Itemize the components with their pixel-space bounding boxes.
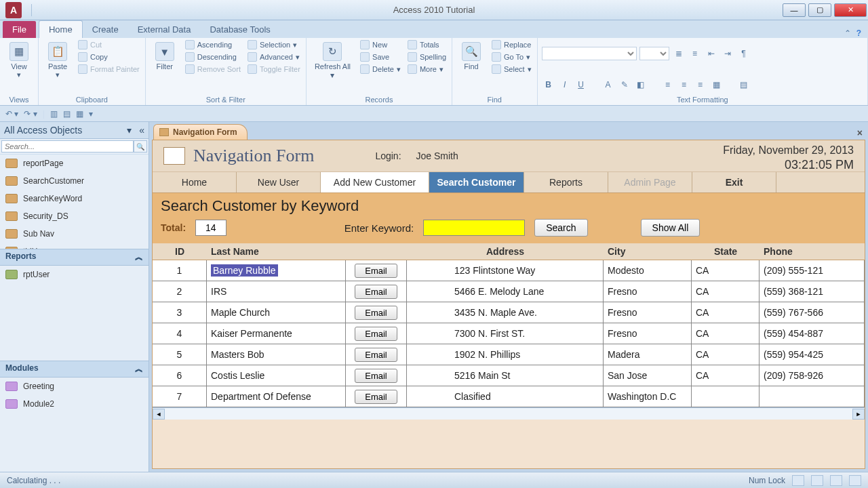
bullet-list-icon[interactable]: ≣ bbox=[672, 47, 686, 60]
view-btn-2[interactable] bbox=[811, 475, 823, 486]
navpane-item[interactable]: Sub Nav bbox=[0, 225, 149, 243]
find-button[interactable]: 🔍 Find bbox=[456, 39, 486, 73]
table-row[interactable]: 7Department Of DefenseEmailClasifiedWash… bbox=[153, 386, 865, 407]
indent-decrease-icon[interactable]: ⇤ bbox=[705, 47, 718, 60]
form-tab[interactable]: Navigation Form bbox=[153, 124, 248, 140]
save-record-button[interactable]: Save bbox=[359, 52, 402, 62]
navpane-item[interactable]: reportPage bbox=[0, 155, 149, 172]
form-close-button[interactable]: × bbox=[852, 126, 868, 140]
navpane-modules-header[interactable]: Modules︽ bbox=[0, 361, 149, 378]
align-left-icon[interactable]: ≡ bbox=[661, 78, 675, 92]
view-btn-1[interactable] bbox=[792, 475, 804, 486]
ribbon-tab-create[interactable]: Create bbox=[83, 21, 128, 38]
remove-sort-button[interactable]: Remove Sort bbox=[184, 64, 242, 75]
search-go-icon[interactable]: 🔍 bbox=[134, 140, 147, 152]
format-painter-button[interactable]: Format Painter bbox=[77, 64, 141, 75]
ribbon-tab-home[interactable]: Home bbox=[39, 20, 83, 38]
filter-button[interactable]: ▼ Filter bbox=[150, 39, 180, 73]
keyword-input[interactable] bbox=[423, 220, 525, 236]
select-button[interactable]: Select ▾ bbox=[490, 64, 533, 75]
horizontal-scrollbar[interactable]: ◄ ► bbox=[153, 407, 865, 420]
help-icon[interactable]: ? bbox=[856, 28, 861, 38]
alt-fill-icon[interactable]: ▤ bbox=[737, 78, 751, 92]
ltr-icon[interactable]: ¶ bbox=[737, 47, 751, 60]
navpane-reports-header[interactable]: Reports︽ bbox=[0, 249, 149, 266]
email-button[interactable]: Email bbox=[355, 285, 397, 299]
email-button[interactable]: Email bbox=[355, 306, 397, 320]
nav-tab[interactable]: Reports bbox=[524, 172, 608, 192]
window-close-button[interactable]: ✕ bbox=[834, 3, 867, 17]
email-button[interactable]: Email bbox=[355, 348, 397, 362]
col-city[interactable]: City bbox=[604, 246, 692, 257]
navpane-item[interactable]: Greeting bbox=[0, 378, 149, 395]
paste-button[interactable]: 📋 Paste ▾ bbox=[43, 39, 73, 82]
qat-customize[interactable]: ▾ bbox=[89, 109, 93, 119]
navpane-item[interactable]: Security_DS bbox=[0, 207, 149, 225]
view-btn-4[interactable] bbox=[849, 475, 861, 486]
goto-button[interactable]: Go To ▾ bbox=[490, 52, 533, 62]
advanced-button[interactable]: Advanced ▾ bbox=[246, 52, 302, 62]
font-color-icon[interactable]: A bbox=[601, 78, 615, 92]
table-row[interactable]: 2IRSEmail5466 E. Melody LaneFresnoCA(559… bbox=[153, 281, 865, 302]
table-row[interactable]: 5Masters BobEmail1902 N. PhillipsMaderaC… bbox=[153, 344, 865, 365]
gridlines-icon[interactable]: ▦ bbox=[710, 78, 724, 92]
minimize-button[interactable]: ― bbox=[783, 3, 806, 17]
align-center-icon[interactable]: ≡ bbox=[677, 78, 691, 92]
delete-record-button[interactable]: Delete ▾ bbox=[359, 64, 402, 75]
col-id[interactable]: ID bbox=[153, 246, 207, 257]
table-row[interactable]: 4Kaiser PermanenteEmail7300 N. First ST.… bbox=[153, 323, 865, 344]
nav-tab[interactable]: Search Customer bbox=[429, 172, 524, 192]
table-row[interactable]: 6Costis LeslieEmail5216 Main StSan JoseC… bbox=[153, 365, 865, 386]
more-button[interactable]: More ▾ bbox=[406, 64, 448, 75]
ribbon-tab-external-data[interactable]: External Data bbox=[128, 21, 201, 38]
navpane-item[interactable]: SearchCustomer bbox=[0, 172, 149, 190]
navpane-search-input[interactable] bbox=[1, 140, 134, 152]
replace-button[interactable]: Replace bbox=[490, 39, 533, 50]
navpane-item[interactable]: rptUser bbox=[0, 266, 149, 283]
navpane-item[interactable]: SearchKeyWord bbox=[0, 190, 149, 207]
email-button[interactable]: Email bbox=[355, 369, 397, 383]
totals-button[interactable]: Totals bbox=[406, 39, 448, 50]
col-phone[interactable]: Phone bbox=[760, 246, 865, 257]
nav-tab[interactable]: Add New Customer bbox=[321, 172, 429, 192]
nav-tab[interactable]: Home bbox=[153, 172, 237, 192]
nav-tab[interactable]: New User bbox=[237, 172, 321, 192]
redo-button[interactable]: ↷ ▾ bbox=[24, 109, 37, 119]
search-button[interactable]: Search bbox=[534, 219, 587, 237]
navpane-header[interactable]: All Access Objects ▾ « bbox=[0, 122, 149, 139]
italic-icon[interactable]: I bbox=[558, 78, 572, 92]
new-record-button[interactable]: New bbox=[359, 39, 402, 50]
ascending-button[interactable]: Ascending bbox=[184, 39, 242, 50]
qat-icon-3[interactable]: ▦ bbox=[76, 109, 83, 119]
scroll-left-icon[interactable]: ◄ bbox=[153, 409, 165, 420]
file-tab[interactable]: File bbox=[3, 21, 36, 38]
number-list-icon[interactable]: ≡ bbox=[688, 47, 702, 60]
indent-increase-icon[interactable]: ⇥ bbox=[721, 47, 734, 60]
navpane-item[interactable]: tblUser bbox=[0, 243, 149, 249]
scroll-right-icon[interactable]: ► bbox=[852, 409, 865, 420]
col-address[interactable]: Address bbox=[407, 246, 604, 257]
qat-icon-1[interactable]: ▥ bbox=[50, 109, 58, 119]
show-all-button[interactable]: Show All bbox=[641, 219, 701, 237]
view-btn-3[interactable] bbox=[830, 475, 842, 486]
cut-button[interactable]: Cut bbox=[77, 39, 141, 50]
refresh-all-button[interactable]: ↻ Refresh All▾ bbox=[311, 39, 355, 83]
col-lastname[interactable]: Last Name bbox=[207, 246, 346, 257]
underline-icon[interactable]: U bbox=[574, 78, 588, 92]
bold-icon[interactable]: B bbox=[542, 78, 555, 92]
ribbon-tab-database-tools[interactable]: Database Tools bbox=[200, 21, 279, 38]
highlight-icon[interactable]: ✎ bbox=[618, 78, 631, 92]
qat-icon-2[interactable]: ▤ bbox=[63, 109, 71, 119]
align-right-icon[interactable]: ≡ bbox=[694, 78, 707, 92]
email-button[interactable]: Email bbox=[355, 264, 397, 278]
copy-button[interactable]: Copy bbox=[77, 52, 141, 62]
col-state[interactable]: State bbox=[692, 246, 760, 257]
email-button[interactable]: Email bbox=[355, 390, 397, 404]
table-row[interactable]: 3Maple ChurchEmail3435 N. Maple Ave.Fres… bbox=[153, 302, 865, 323]
font-family-select[interactable] bbox=[542, 47, 637, 60]
view-button[interactable]: ▦ View ▾ bbox=[4, 39, 34, 82]
email-button[interactable]: Email bbox=[355, 327, 397, 341]
undo-button[interactable]: ↶ ▾ bbox=[5, 109, 18, 119]
descending-button[interactable]: Descending bbox=[184, 52, 242, 62]
maximize-button[interactable]: ▢ bbox=[808, 3, 831, 17]
